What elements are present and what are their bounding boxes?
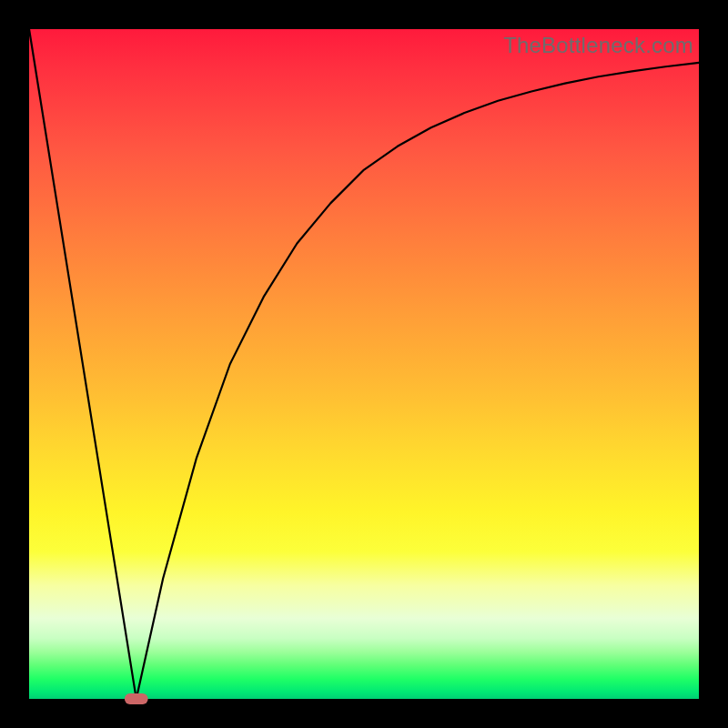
bottleneck-curve (29, 29, 699, 699)
plot-area: TheBottleneck.com (29, 29, 699, 699)
optimal-marker (125, 693, 148, 704)
chart-frame: TheBottleneck.com (0, 0, 728, 728)
curve-layer (29, 29, 699, 699)
